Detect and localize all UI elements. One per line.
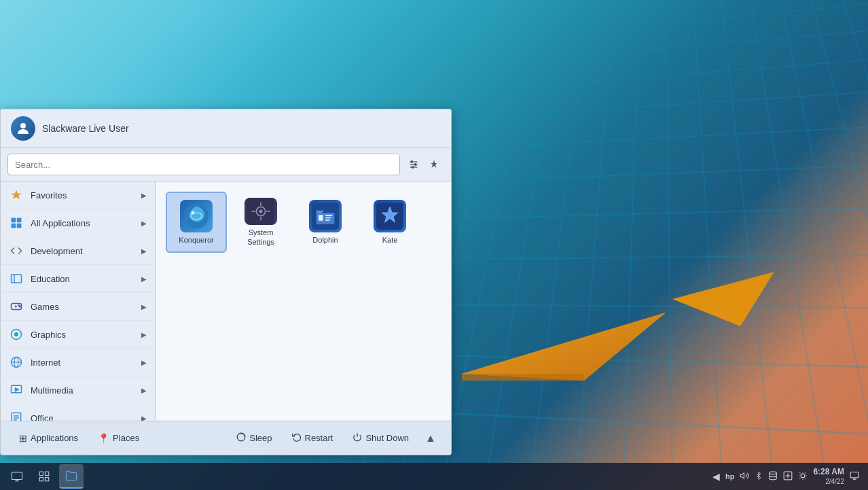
places-label: Places — [113, 433, 139, 443]
svg-line-75 — [800, 478, 801, 478]
app-system-settings[interactable]: System Settings — [230, 192, 291, 253]
pin-icon — [429, 159, 439, 170]
user-name-label: Slackware Live User — [42, 123, 129, 134]
applications-bottom-button[interactable]: ⊞ Applications — [11, 430, 86, 447]
network-tray-icon[interactable] — [783, 471, 793, 483]
system-settings-app-icon — [245, 198, 277, 225]
kate-app-icon — [374, 200, 406, 232]
svg-line-76 — [806, 472, 806, 473]
development-arrow: ▶ — [141, 247, 147, 255]
tray-arrow-icon[interactable]: ◀ — [712, 471, 720, 482]
app-kate[interactable]: Kate — [359, 192, 420, 253]
clock-time: 6:28 AM — [813, 467, 844, 478]
app-konqueror[interactable]: Konqueror — [166, 192, 227, 253]
svg-marker-1 — [462, 313, 666, 381]
development-label: Development — [31, 246, 141, 256]
shutdown-icon — [352, 432, 362, 444]
sidebar-item-favorites[interactable]: Favorites ▶ — [1, 181, 155, 209]
all-applications-icon — [9, 215, 24, 230]
storage-tray-icon[interactable] — [768, 471, 778, 483]
apps-grid: Konqueror — [166, 192, 441, 253]
games-icon — [9, 299, 24, 314]
search-input[interactable] — [7, 154, 400, 175]
taskbar: ◀ hp — [0, 463, 868, 490]
svg-rect-61 — [39, 478, 43, 481]
sidebar-item-games[interactable]: Games ▶ — [1, 293, 155, 321]
menu-bottom-bar: ⊞ Applications 📍 Places Sleep Res — [1, 421, 451, 455]
user-avatar-icon — [15, 120, 31, 137]
sleep-icon — [236, 432, 246, 444]
svg-point-21 — [20, 306, 21, 307]
sidebar-item-education[interactable]: Education ▶ — [1, 265, 155, 293]
restart-icon — [292, 432, 302, 444]
shutdown-button[interactable]: Shut Down — [344, 429, 417, 447]
search-settings-button[interactable] — [403, 154, 424, 175]
svg-rect-62 — [46, 478, 49, 481]
games-label: Games — [31, 302, 141, 312]
multimedia-arrow: ▶ — [141, 387, 147, 394]
desktop-decoration — [448, 190, 788, 381]
multimedia-label: Multimedia — [31, 385, 141, 396]
svg-rect-12 — [17, 218, 22, 223]
svg-rect-50 — [325, 217, 331, 219]
sidebar-item-multimedia[interactable]: Multimedia ▶ — [1, 377, 155, 404]
education-arrow: ▶ — [141, 275, 147, 283]
task-manager-button[interactable] — [32, 464, 56, 489]
all-applications-arrow: ▶ — [141, 220, 147, 227]
menu-collapse-button[interactable]: ▲ — [420, 428, 441, 449]
svg-rect-51 — [325, 220, 330, 221]
brightness-tray-icon[interactable] — [798, 471, 808, 483]
sleep-button[interactable]: Sleep — [228, 429, 280, 447]
dolphin-app-icon — [309, 200, 342, 232]
sidebar-item-development[interactable]: Development ▶ — [1, 237, 155, 265]
favorites-label: Favorites — [31, 190, 141, 200]
svg-rect-14 — [17, 224, 22, 228]
menu-content: Favorites ▶ All Applications ▶ — [1, 181, 451, 421]
volume-tray-icon[interactable] — [740, 471, 749, 483]
development-icon — [9, 243, 24, 258]
restart-label: Restart — [305, 433, 333, 443]
sidebar-item-internet[interactable]: Internet ▶ — [1, 349, 155, 377]
internet-arrow: ▶ — [141, 359, 147, 366]
svg-rect-77 — [850, 472, 858, 477]
kate-label: Kate — [382, 236, 398, 245]
file-manager-taskbar-button[interactable] — [59, 464, 84, 489]
svg-rect-11 — [12, 218, 16, 223]
shutdown-label: Shut Down — [365, 433, 409, 443]
konqueror-app-icon — [180, 200, 213, 232]
task-manager-icon — [38, 470, 50, 483]
sidebar: Favorites ▶ All Applications ▶ — [1, 181, 156, 421]
user-avatar — [11, 116, 35, 141]
search-pin-button[interactable] — [424, 154, 444, 175]
graphics-label: Graphics — [31, 330, 141, 340]
education-label: Education — [31, 274, 141, 284]
office-label: Office — [31, 413, 141, 421]
games-arrow: ▶ — [141, 303, 147, 311]
show-desktop-button[interactable] — [5, 464, 29, 489]
restart-button[interactable]: Restart — [284, 429, 342, 447]
svg-marker-28 — [16, 388, 19, 391]
svg-rect-49 — [325, 215, 332, 216]
svg-rect-15 — [12, 275, 22, 283]
clock-date: 2/4/22 — [813, 477, 844, 486]
sidebar-item-office[interactable]: Office ▶ — [1, 404, 155, 421]
svg-marker-63 — [741, 472, 744, 478]
svg-point-23 — [14, 332, 18, 336]
svg-rect-59 — [39, 472, 43, 475]
bluetooth-tray-icon[interactable] — [755, 471, 763, 483]
internet-label: Internet — [31, 357, 141, 368]
search-bar — [1, 148, 451, 181]
sidebar-item-all-applications[interactable]: All Applications ▶ — [1, 209, 155, 237]
show-desktop-icon — [11, 470, 23, 483]
applications-bottom-icon: ⊞ — [19, 433, 27, 444]
sidebar-item-graphics[interactable]: Graphics ▶ — [1, 321, 155, 349]
svg-point-9 — [414, 164, 416, 166]
screen-tray-icon[interactable] — [850, 471, 859, 483]
menu-header: Slackware Live User — [1, 109, 451, 148]
app-dolphin[interactable]: Dolphin — [295, 192, 356, 253]
hp-tray-icon[interactable]: hp — [725, 472, 734, 480]
svg-line-72 — [806, 478, 806, 478]
places-button[interactable]: 📍 Places — [90, 430, 147, 447]
system-clock[interactable]: 6:28 AM 2/4/22 — [813, 467, 844, 487]
system-tray: ◀ hp — [707, 467, 865, 487]
